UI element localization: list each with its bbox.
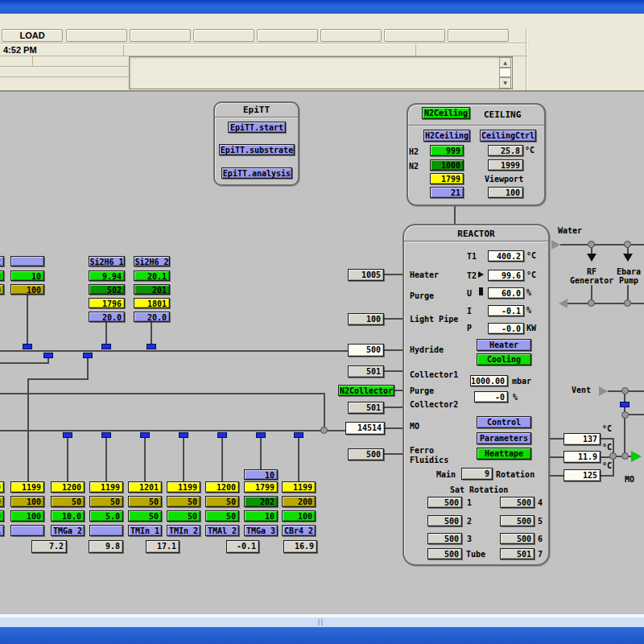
valve-icon[interactable] [179, 432, 188, 438]
source-value-field[interactable]: 1201 [128, 481, 162, 493]
epitt-analysis-button[interactable]: EpiTT.analysis [221, 167, 292, 179]
source-label[interactable]: 1 [0, 525, 4, 536]
source-value-field[interactable]: 10 [10, 270, 44, 281]
valve-icon[interactable] [83, 353, 93, 358]
concentration-readout-field[interactable]: 9.8 [89, 540, 123, 553]
sat-rotation-field-5[interactable]: 500 [500, 515, 535, 526]
concentration-readout-field[interactable]: 7.2 [31, 540, 67, 553]
n2ceiling-button[interactable]: N2Ceiling [422, 107, 470, 119]
source-value-field[interactable]: 100 [282, 510, 316, 522]
main-rotation-field[interactable]: 9 [461, 468, 493, 480]
ceilingctrl-button[interactable]: CeilingCtrl [480, 130, 536, 142]
n2collector-button[interactable]: N2Collector [338, 385, 394, 396]
sat-rotation-field-1[interactable]: 500 [427, 497, 462, 508]
source-value-field[interactable]: 502 [89, 284, 125, 295]
source-header[interactable]: Si2H6_2 [134, 256, 170, 266]
n2-flow-field[interactable]: 1000 [430, 159, 464, 171]
source-value-field[interactable]: 1199 [10, 481, 44, 493]
sat-rotation-field-6[interactable]: 500 [500, 533, 535, 544]
temp-field-2[interactable]: 11.9 [564, 451, 601, 463]
source-value-field[interactable]: 0 [0, 510, 4, 522]
valve-icon[interactable] [63, 432, 72, 438]
valve-icon[interactable] [147, 344, 156, 349]
source-value-field[interactable]: 50 [51, 496, 85, 507]
source-value-field[interactable]: 10.0 [51, 510, 85, 522]
sat-rotation-field-4[interactable]: 500 [500, 497, 535, 508]
source-value-field[interactable]: 100 [10, 284, 44, 295]
sat-rotation-field-2[interactable]: 500 [427, 515, 462, 526]
concentration-readout-field[interactable]: 17.1 [146, 540, 180, 553]
ceiling-ctrl-field[interactable]: 1999 [488, 159, 523, 171]
source-value-field[interactable]: 50 [167, 510, 200, 522]
source-value-field[interactable]: 201 [134, 284, 170, 295]
source-value-field[interactable]: 0 [0, 496, 4, 507]
heater-line-field[interactable]: 1005 [348, 269, 384, 281]
reactor-cooling-button[interactable]: Cooling [477, 353, 531, 365]
source-value-field[interactable]: 1801 [134, 298, 170, 308]
source-value-field[interactable]: 1199 [89, 481, 123, 493]
collector2-line-field[interactable]: 501 [348, 402, 384, 414]
source-value-field[interactable]: 50 [205, 510, 239, 522]
source-value-field[interactable]: 20.0 [89, 312, 125, 322]
source-header[interactable] [10, 256, 44, 266]
valve-icon[interactable] [43, 353, 53, 358]
hydride-line-field[interactable]: 500 [348, 344, 384, 357]
valve-icon[interactable] [101, 432, 111, 438]
temp-field-3[interactable]: 125 [564, 469, 601, 481]
reactor-parameters-button[interactable]: Parameters [477, 432, 531, 444]
epitt-start-button[interactable]: EpiTT.start [228, 122, 286, 133]
source-label[interactable] [10, 525, 44, 536]
source-label[interactable]: TMGa_3 [244, 525, 278, 536]
toolbar-button[interactable] [193, 29, 254, 42]
toolbar-button[interactable] [257, 29, 318, 42]
h2-flow-field[interactable]: 999 [430, 145, 464, 156]
concentration-readout-field[interactable]: -0.1 [226, 540, 259, 553]
i-field[interactable]: -0.1 [488, 305, 524, 316]
source-value-field[interactable]: 50 [128, 496, 162, 507]
source-value-field[interactable]: 100 [10, 496, 44, 507]
reactor-heattape-button[interactable]: Heattape [477, 448, 531, 460]
source-label[interactable]: TMIn_2 [167, 525, 200, 536]
viewport-field[interactable]: 100 [488, 187, 523, 198]
mo-line-field[interactable]: 14514 [345, 422, 385, 435]
toolbar-button[interactable] [130, 29, 191, 42]
sat-rotation-field-tube[interactable]: 500 [427, 548, 462, 559]
scrollbar-thumb[interactable] [499, 68, 511, 77]
source-value-field[interactable]: 50 [167, 496, 200, 507]
message-list[interactable] [129, 56, 513, 89]
valve-icon[interactable] [140, 432, 150, 438]
source-label[interactable] [89, 525, 123, 536]
source-value-field[interactable]: 20.0 [134, 312, 170, 322]
reactor-control-button[interactable]: Control [477, 416, 531, 428]
sat-rotation-field-7[interactable]: 501 [500, 548, 535, 559]
valve-icon[interactable] [101, 344, 111, 349]
reactor-pressure-field[interactable]: 1000.00 [470, 375, 508, 386]
source-value-field[interactable]: 100 [10, 510, 44, 522]
p-field[interactable]: -0.0 [488, 323, 524, 334]
source-value-field[interactable]: 50 [205, 496, 239, 507]
title-bar[interactable] [0, 0, 644, 14]
source-value-field[interactable]: 0 [0, 284, 4, 295]
u-field[interactable]: 60.0 [488, 287, 524, 299]
source-value-field[interactable]: 9 [0, 481, 4, 493]
source-pre-field[interactable]: 10 [244, 469, 278, 480]
source-header[interactable]: Si2H6_1 [89, 256, 125, 266]
toolbar-button[interactable] [320, 29, 382, 42]
epitt-substrate-button[interactable]: EpiTT.substrate [219, 144, 295, 155]
source-value-field[interactable]: 9.94 [89, 270, 125, 281]
h2ceiling-button[interactable]: H2Ceiling [423, 130, 470, 142]
source-label[interactable]: TMGa_2 [51, 525, 85, 536]
valve-icon[interactable] [256, 432, 266, 438]
t2-field[interactable]: 99.6 [488, 270, 524, 281]
scrollbar-down-button[interactable]: ▼ [499, 77, 511, 89]
reactor-heater-button[interactable]: Heater [477, 339, 531, 351]
valve-icon[interactable] [620, 402, 630, 407]
reactor-valve-pct-field[interactable]: -0 [474, 391, 508, 402]
source-value-field[interactable]: 1200 [205, 481, 239, 493]
t1-field[interactable]: 400.2 [488, 250, 524, 262]
ceiling-setpoint-field[interactable]: 21 [430, 187, 464, 198]
source-value-field[interactable]: 1796 [89, 298, 125, 308]
valve-icon[interactable] [294, 432, 303, 438]
ceiling-flow-field[interactable]: 1799 [430, 173, 464, 184]
source-value-field[interactable]: 200 [282, 496, 316, 507]
